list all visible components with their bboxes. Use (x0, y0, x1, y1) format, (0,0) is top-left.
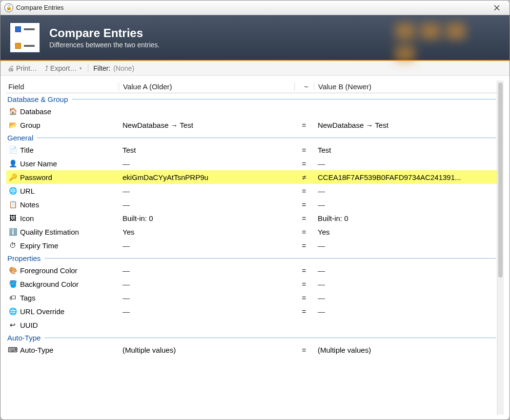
row-tags[interactable]: 🏷Tags — = — (6, 291, 497, 304)
field-label: Foreground Color (20, 266, 78, 275)
value-a: — (119, 307, 294, 316)
row-notes[interactable]: 📋Notes — = — (6, 198, 497, 211)
section-db-group: Database & Group (6, 93, 497, 104)
window-title: Compare Entries (16, 4, 488, 11)
value-a: — (119, 294, 294, 302)
sym: = (294, 228, 314, 236)
bucket-icon: 🪣 (8, 280, 17, 288)
row-url[interactable]: 🌐URL — = — (6, 184, 497, 198)
header-value-a[interactable]: Value A (Older) (119, 82, 294, 91)
header-field[interactable]: Field (6, 82, 119, 91)
field-label: Notes (20, 200, 39, 209)
image-icon: 🖼 (8, 214, 17, 222)
banner: Compare Entries Differences between the … (0, 15, 510, 61)
row-quality[interactable]: ℹ️Quality Estimation Yes = Yes (6, 225, 497, 239)
folder-icon: 📂 (8, 120, 17, 129)
row-urloverride[interactable]: 🌐URL Override — = — (6, 304, 497, 318)
field-label: Title (20, 146, 34, 154)
row-uuid[interactable]: ↩UUID (6, 318, 497, 332)
value-a: — (119, 187, 294, 195)
field-label: URL Override (20, 307, 64, 316)
print-label: Print… (16, 64, 37, 72)
sym: ≠ (294, 173, 314, 181)
export-button[interactable]: ⤴ Export… ▾ (41, 63, 86, 73)
print-button[interactable]: 🖨 Print… (3, 63, 41, 73)
field-label: Database (20, 107, 51, 116)
palette-icon: 🎨 (8, 266, 17, 275)
row-database[interactable]: 🏠Database (6, 104, 497, 118)
toolbar: 🖨 Print… ⤴ Export… ▾ Filter: (None) (0, 61, 510, 76)
field-label: User Name (20, 160, 57, 168)
filter-value[interactable]: (None) (113, 64, 134, 72)
section-label: General (7, 134, 33, 142)
value-b: — (314, 294, 497, 302)
field-label: Tags (20, 294, 36, 302)
value-b: — (314, 241, 497, 250)
value-a: Yes (119, 228, 294, 236)
section-autotype: Auto-Type (6, 332, 497, 343)
sym: = (294, 307, 314, 316)
value-b: — (314, 266, 497, 275)
globe-icon: 🌐 (8, 186, 17, 195)
value-b: Test (314, 146, 497, 154)
section-label: Database & Group (7, 95, 68, 103)
header-value-b[interactable]: Value B (Newer) (314, 82, 497, 91)
section-general: General (6, 132, 497, 143)
value-b: — (314, 160, 497, 168)
compare-icon (9, 22, 41, 53)
titlebar: 🔒 Compare Entries (0, 0, 510, 15)
compare-entries-window: 🔒 Compare Entries Compare Entries Differ… (0, 0, 510, 420)
value-b: — (314, 200, 497, 209)
field-label: Group (20, 121, 41, 129)
value-a: Built-in: 0 (119, 214, 294, 222)
sym: = (294, 160, 314, 168)
value-a: — (119, 241, 294, 250)
row-group[interactable]: 📂Group NewDatabase → Test = NewDatabase … (6, 118, 497, 132)
value-a: — (119, 280, 294, 288)
value-b: Built-in: 0 (314, 214, 497, 222)
sym: = (294, 214, 314, 222)
row-title[interactable]: 📄Title Test = Test (6, 143, 497, 157)
row-password[interactable]: 🔑Password ekiGmDaCYyAtTsnPRP9u ≠ CCEA18F… (6, 170, 497, 184)
value-a: ekiGmDaCYyAtTsnPRP9u (119, 173, 294, 181)
field-label: Password (20, 173, 52, 181)
sym: = (294, 280, 314, 288)
filter-label: Filter: (93, 64, 110, 72)
value-b: Yes (314, 228, 497, 236)
section-label: Properties (7, 254, 41, 262)
row-autotype[interactable]: ⌨Auto-Type (Multiple values) = (Multiple… (6, 343, 497, 357)
field-label: URL (20, 187, 35, 195)
close-button[interactable] (488, 2, 506, 13)
lock-icon: 🔒 (4, 3, 13, 12)
value-b: NewDatabase → Test (314, 121, 497, 129)
value-a: — (119, 266, 294, 275)
header-sym[interactable]: ~ (294, 82, 314, 91)
value-b: — (314, 280, 497, 288)
grid-header: Field Value A (Older) ~ Value B (Newer) (6, 80, 497, 93)
tag-icon: 🏷 (8, 293, 17, 302)
toolbar-separator (88, 64, 88, 73)
scrollbar-thumb[interactable] (498, 82, 503, 278)
scrollbar[interactable] (497, 80, 504, 415)
value-a: — (119, 200, 294, 209)
sym: = (294, 346, 314, 354)
sym: = (294, 200, 314, 209)
banner-title: Compare Entries (49, 26, 160, 40)
comparison-grid: Field Value A (Older) ~ Value B (Newer) … (6, 80, 497, 415)
field-label: Quality Estimation (20, 228, 79, 236)
row-expiry[interactable]: ⏱Expiry Time — = — (6, 239, 497, 252)
clipboard-icon: 📋 (8, 200, 17, 209)
content: Field Value A (Older) ~ Value B (Newer) … (0, 76, 510, 420)
banner-blur-bg (392, 20, 490, 55)
value-a: (Multiple values) (119, 346, 294, 354)
field-label: Icon (20, 214, 34, 222)
row-icon[interactable]: 🖼Icon Built-in: 0 = Built-in: 0 (6, 211, 497, 225)
value-a: NewDatabase → Test (119, 121, 294, 129)
value-b: CCEA18F7AF539B0FAFD9734AC241391... (314, 173, 497, 181)
export-label: Export… (50, 64, 77, 72)
row-bgcolor[interactable]: 🪣Background Color — = — (6, 277, 497, 291)
row-fgcolor[interactable]: 🎨Foreground Color — = — (6, 263, 497, 277)
user-icon: 👤 (8, 159, 17, 168)
row-username[interactable]: 👤User Name — = — (6, 157, 497, 170)
sym: = (294, 121, 314, 129)
